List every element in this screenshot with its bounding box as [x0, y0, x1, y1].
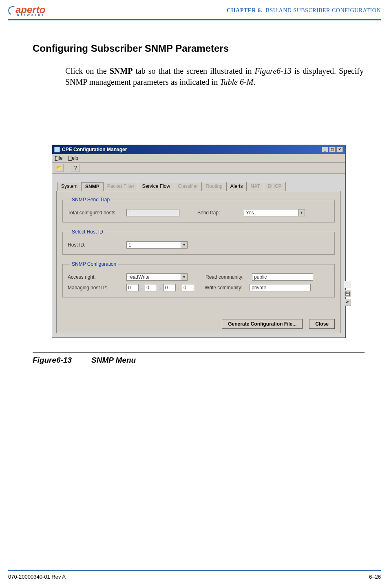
toolbar-open-icon[interactable]: 📂	[55, 164, 64, 172]
input-write-community[interactable]: private	[250, 284, 311, 291]
undo-icon[interactable]: ↶	[344, 299, 351, 306]
group-select-host-id: Select Host ID Host ID: 1 ▼	[62, 229, 335, 255]
input-total-hosts: 1	[126, 209, 179, 216]
tab-panel-snmp: SNMP Send Trap Total configured hosts: 1…	[56, 191, 341, 333]
label-managing-host-ip: Managing host IP:	[68, 285, 125, 291]
figure-rule	[33, 352, 365, 353]
figure-caption: Figure6-13 SNMP Menu	[33, 356, 365, 365]
tab-routing: Routing	[201, 182, 226, 191]
section-title: Configuring Subscriber SNMP Parameters	[33, 43, 365, 54]
legend-host-id: Select Host ID	[70, 229, 105, 235]
label-host-id: Host ID:	[68, 242, 125, 248]
brand-logo: aperto n e t w o r k s	[8, 4, 45, 17]
maximize-button[interactable]: □	[329, 147, 336, 152]
chevron-down-icon: ▼	[181, 242, 187, 248]
page-footer: 070-20000340-01 Rev A 6–26	[8, 570, 381, 580]
tabstrip: System SNMP Packet Filter Service Flow C…	[57, 182, 345, 191]
tab-nat: NAT	[246, 182, 264, 191]
combo-host-id[interactable]: 1 ▼	[126, 241, 188, 249]
close-panel-button[interactable]: Close	[309, 319, 335, 329]
figure-number: Figure6-13	[33, 356, 72, 365]
tab-dhcp: DHCP	[264, 182, 286, 191]
input-ip-2[interactable]: 0	[145, 284, 157, 291]
tab-alerts[interactable]: Alerts	[226, 182, 247, 191]
tab-classifier: Classifier	[174, 182, 202, 191]
generate-button[interactable]: Generate Configuration File...	[222, 319, 303, 329]
tab-packet-filter: Packet Filter	[103, 182, 139, 191]
label-send-trap: Send trap:	[197, 210, 242, 216]
menubar: File Help	[52, 154, 345, 163]
tab-snmp[interactable]: SNMP	[81, 182, 104, 191]
window-titlebar: CPE Configuration Manager _ □ ×	[52, 145, 345, 154]
figure-title: SNMP Menu	[91, 356, 136, 365]
window-title: CPE Configuration Manager	[62, 147, 127, 152]
group-snmp-send-trap: SNMP Send Trap Total configured hosts: 1…	[62, 197, 335, 222]
group-snmp-configuration: SNMP Configuration Access right: readWri…	[62, 261, 335, 297]
footer-right: 6–26	[369, 574, 381, 580]
cpe-window: CPE Configuration Manager _ □ × File Hel…	[52, 145, 345, 338]
app-icon	[54, 147, 60, 152]
minimize-button[interactable]: _	[322, 147, 328, 152]
side-icon-blank	[344, 281, 351, 288]
legend-send-trap: SNMP Send Trap	[70, 197, 111, 203]
legend-snmp-config: SNMP Configuration	[70, 261, 118, 267]
chevron-down-icon: ▼	[298, 209, 305, 216]
label-access-right: Access right:	[68, 274, 125, 280]
chapter-label: CHAPTER 6. BSU AND SUBSCRIBER CONFIGURAT…	[227, 7, 381, 14]
input-ip-1[interactable]: 0	[126, 284, 139, 291]
chevron-down-icon: ▼	[181, 274, 187, 280]
save-icon[interactable]: 💾	[344, 290, 351, 297]
label-total-hosts: Total configured hosts:	[68, 210, 125, 216]
side-toolbar: 💾 ↶	[344, 281, 351, 306]
menu-file[interactable]: File	[55, 155, 62, 161]
input-read-community[interactable]: public	[252, 273, 313, 281]
tab-service-flow[interactable]: Service Flow	[138, 182, 174, 191]
footer-left: 070-20000340-01 Rev A	[8, 574, 66, 580]
toolbar: 📂 ?	[52, 163, 345, 174]
label-read-community: Read community:	[206, 274, 250, 280]
toolbar-help-icon[interactable]: ?	[71, 164, 80, 172]
bottom-button-bar: Generate Configuration File... Close	[222, 319, 335, 329]
input-ip-4[interactable]: 0	[182, 284, 194, 291]
tab-system[interactable]: System	[57, 182, 82, 191]
menu-help[interactable]: Help	[68, 155, 78, 161]
section-body: Click on the SNMP tab so that the screen…	[33, 66, 365, 88]
combo-access-right[interactable]: readWrite ▼	[126, 273, 188, 281]
close-button[interactable]: ×	[336, 147, 343, 152]
label-write-community: Write community:	[205, 285, 248, 291]
combo-send-trap[interactable]: Yes ▼	[244, 209, 305, 216]
input-ip-3[interactable]: 0	[164, 284, 176, 291]
